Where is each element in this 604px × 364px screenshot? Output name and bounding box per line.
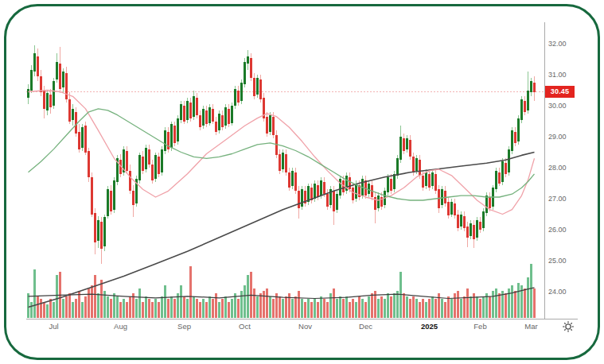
candle-body <box>158 157 160 174</box>
candle-body <box>498 172 501 184</box>
volume-bar <box>46 304 49 318</box>
volume-bar <box>485 293 488 318</box>
candle-body <box>193 96 195 116</box>
volume-bar <box>304 302 306 318</box>
volume-bar <box>428 299 431 318</box>
candle-body <box>422 176 424 188</box>
volume-bar <box>409 299 411 318</box>
volume-bar <box>113 293 115 318</box>
volume-bar <box>256 296 259 318</box>
candle-body <box>514 132 516 143</box>
candle-body <box>447 202 450 216</box>
volume-bar <box>511 285 513 318</box>
volume-bar <box>406 296 408 318</box>
y-axis-tick-label: 31.00 <box>548 71 567 79</box>
candle-body <box>505 163 507 174</box>
settings-gear-icon[interactable] <box>560 319 576 335</box>
volume-bar <box>403 293 405 318</box>
candle-body <box>336 194 338 210</box>
volume-bar <box>441 299 443 318</box>
candle-body <box>352 188 354 200</box>
volume-bar <box>323 299 325 318</box>
candle-body <box>250 58 252 78</box>
candle-body <box>415 158 418 171</box>
candle-body <box>37 56 39 76</box>
volume-bar <box>40 299 42 318</box>
volume-bar <box>266 288 268 318</box>
candle-body <box>301 189 303 206</box>
candle-body <box>279 154 281 172</box>
volume-bar <box>129 296 131 318</box>
volume-bar <box>68 293 71 318</box>
volume-bar <box>37 296 39 318</box>
candle-body <box>393 174 396 190</box>
candle-body <box>387 177 389 193</box>
volume-bar <box>495 288 497 318</box>
volume-bar <box>126 302 128 318</box>
volume-bar <box>457 291 459 318</box>
candle-body <box>247 56 249 64</box>
volume-bar <box>269 296 271 318</box>
volume-bar <box>371 293 373 318</box>
candle-body <box>323 182 325 195</box>
volume-bar <box>53 302 55 318</box>
volume-bar <box>489 296 491 318</box>
volume-bar <box>97 293 99 318</box>
candle-body <box>27 89 29 99</box>
candle-body <box>476 220 478 238</box>
volume-bar <box>193 296 195 318</box>
candle-body <box>56 62 58 79</box>
candle-body <box>177 118 179 141</box>
volume-bar <box>170 296 173 318</box>
last-price-badge: 30.45 <box>545 86 575 98</box>
candle-body <box>170 124 173 147</box>
volume-bar <box>524 288 526 318</box>
x-axis-month-label: Jul <box>49 322 58 331</box>
candle-body <box>173 126 176 143</box>
volume-bar <box>508 288 510 318</box>
volume-bar <box>27 293 29 318</box>
y-axis-tick-label: 30.00 <box>548 102 567 110</box>
volume-bar <box>431 296 434 318</box>
candle-body <box>524 101 526 112</box>
volume-bar <box>326 302 329 318</box>
volume-bar <box>263 291 265 318</box>
price-chart[interactable]: 32.0031.0030.0029.0028.0027.0026.0025.00… <box>0 0 604 364</box>
volume-bar <box>189 266 192 318</box>
candle-body <box>275 135 278 155</box>
gear-hub <box>566 324 571 329</box>
volume-bar <box>30 302 33 318</box>
candle-body <box>412 157 415 172</box>
volume-bar <box>272 299 275 318</box>
candle-body <box>154 155 157 178</box>
candle-body <box>84 126 87 152</box>
volume-bar <box>247 275 249 318</box>
candle-body <box>218 114 220 131</box>
volume-bar <box>415 299 418 318</box>
volume-bar <box>396 291 399 318</box>
candle-body <box>450 202 453 215</box>
volume-bar <box>368 296 370 318</box>
volume-bar <box>116 296 119 318</box>
volume-bar <box>285 296 287 318</box>
x-axis-month-label: Feb <box>473 322 486 331</box>
candle-body <box>288 172 290 188</box>
volume-bar <box>221 299 224 318</box>
candle-body <box>428 174 431 188</box>
volume-bar <box>173 299 176 318</box>
volume-bar <box>470 296 472 318</box>
candle-body <box>244 62 246 83</box>
candle-body <box>43 91 45 109</box>
candle-body <box>291 171 294 187</box>
volume-bar <box>123 299 125 318</box>
candle-body <box>75 112 77 134</box>
volume-bar <box>476 296 478 318</box>
candle-body <box>224 107 227 126</box>
y-axis-tick-label: 29.00 <box>548 133 567 141</box>
candle-body <box>103 217 106 246</box>
volume-bar <box>202 299 205 318</box>
volume-bar <box>84 296 87 318</box>
candle-body <box>530 81 532 92</box>
volume-bar <box>224 296 227 318</box>
candle-body <box>202 109 205 126</box>
